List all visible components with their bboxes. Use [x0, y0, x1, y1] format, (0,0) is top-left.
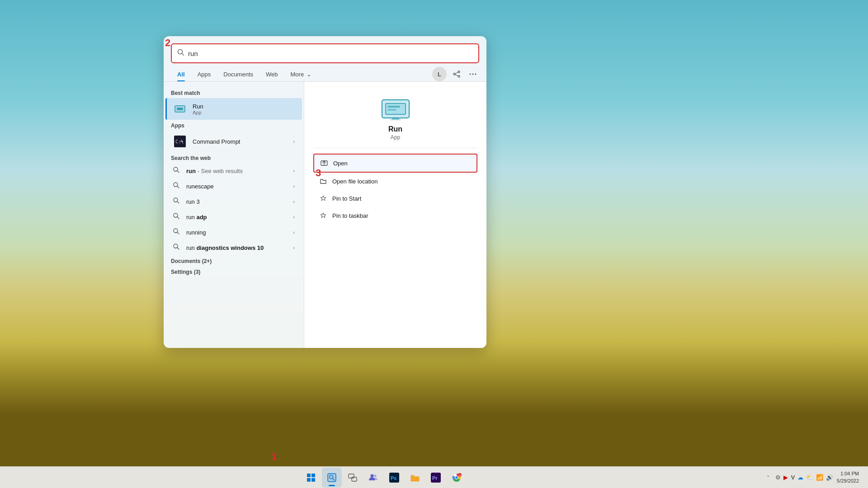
web-item-run3[interactable]: run 3 › [165, 194, 302, 209]
svg-text:9+: 9+ [459, 474, 462, 477]
svg-rect-37 [390, 119, 401, 120]
user-avatar[interactable]: L [432, 67, 447, 81]
app-name: Run [388, 125, 402, 133]
svg-point-51 [374, 474, 376, 477]
tray-icons: ⌃ ⚙ ▶ V ☁ ⛅ 📶 🔊 [764, 470, 833, 485]
tray-icon-v: V [791, 474, 795, 481]
tray-icon-settings: ⚙ [775, 474, 781, 481]
pin-to-taskbar-action[interactable]: Pin to taskbar [313, 207, 477, 224]
open-label: Open [333, 160, 348, 167]
more-options-icon[interactable] [467, 68, 479, 80]
tabs-right-actions: L [432, 67, 479, 81]
best-match-label: Best match [164, 87, 304, 98]
web-arrow-1: › [293, 183, 295, 189]
web-arrow-4: › [293, 230, 295, 235]
search-input[interactable] [188, 50, 473, 57]
tab-apps[interactable]: Apps [191, 68, 217, 80]
system-clock[interactable]: 1:04 PM 5/29/2022 [835, 469, 861, 485]
svg-point-4 [453, 73, 455, 75]
web-item-run-adp[interactable]: run adp › [165, 209, 302, 225]
web-arrow-2: › [293, 199, 295, 204]
open-file-location-label: Open file location [332, 178, 377, 185]
tray-icon-cloud: ⛅ [806, 474, 813, 481]
left-panel: Best match Run App Apps [164, 82, 304, 348]
pin-to-taskbar-label: Pin to taskbar [332, 212, 368, 219]
taskbar-taskview[interactable] [343, 468, 363, 488]
best-match-run[interactable]: Run App [165, 98, 302, 120]
taskbar-teams[interactable] [363, 468, 383, 488]
web-text-run: run - See web results [186, 168, 293, 174]
pin-start-icon [319, 194, 328, 203]
tab-more[interactable]: More ⌄ [284, 68, 318, 80]
svg-line-5 [455, 72, 458, 74]
svg-point-3 [458, 75, 460, 77]
svg-line-6 [455, 75, 458, 76]
svg-text:Ps: Ps [391, 475, 396, 481]
web-item-running[interactable]: running › [165, 225, 302, 240]
right-panel: Run App Open [304, 82, 486, 348]
pin-to-start-action[interactable]: Pin to Start [313, 190, 477, 207]
svg-rect-13 [178, 108, 182, 109]
taskbar-search[interactable] [322, 468, 342, 488]
taskbar: Ps Pr [0, 466, 868, 488]
svg-point-58 [455, 476, 458, 479]
best-match-run-text: Run App [193, 103, 295, 115]
clock-time: 1:04 PM [837, 470, 859, 477]
svg-rect-41 [311, 474, 315, 477]
tab-web[interactable]: Web [259, 68, 284, 80]
web-item-runescape[interactable]: runescape › [165, 178, 302, 194]
open-file-location-action[interactable]: Open file location [313, 173, 477, 190]
taskbar-file-explorer[interactable] [405, 468, 425, 488]
search-panel: All Apps Documents Web More ⌄ L [164, 36, 486, 348]
svg-line-22 [177, 202, 179, 203]
apps-label: Apps [164, 120, 304, 131]
pin-to-start-label: Pin to Start [332, 195, 361, 202]
open-action[interactable]: Open [313, 154, 477, 173]
svg-point-7 [470, 74, 471, 75]
svg-point-50 [370, 474, 373, 477]
svg-text:Pr: Pr [432, 475, 438, 481]
svg-rect-40 [307, 474, 311, 477]
clock-date: 5/29/2022 [837, 478, 859, 484]
taskbar-right: ⌃ ⚙ ▶ V ☁ ⛅ 📶 🔊 1:04 PM 5/29/2022 [764, 469, 868, 485]
web-arrow-3: › [293, 214, 295, 220]
web-arrow-5: › [293, 245, 295, 250]
main-content: Best match Run App Apps [164, 82, 486, 348]
search-icon [177, 49, 184, 58]
documents-label: Documents (2+) [164, 255, 304, 266]
svg-point-2 [458, 71, 460, 73]
svg-line-28 [177, 248, 179, 249]
taskbar-chrome[interactable]: 9+ [447, 468, 467, 488]
svg-line-20 [177, 186, 179, 188]
svg-rect-16 [180, 141, 183, 142]
svg-line-1 [182, 54, 184, 56]
share-icon[interactable] [450, 68, 463, 80]
app-preview: Run App [313, 93, 477, 148]
tray-icon-onedrive: ☁ [797, 474, 803, 481]
web-text-run-diagnostics: run diagnostics windows 10 [186, 244, 293, 251]
svg-rect-48 [349, 474, 354, 478]
pin-taskbar-icon [319, 211, 328, 220]
web-search-icon-1 [173, 182, 182, 191]
tray-icon-volume: 🔊 [826, 474, 833, 481]
svg-rect-34 [387, 106, 400, 108]
command-prompt-item[interactable]: C:\ Command Prompt › [165, 131, 302, 152]
step-1-label: 1 [271, 451, 277, 463]
web-text-running: running [186, 229, 293, 236]
svg-rect-35 [387, 109, 396, 111]
web-search-icon-4 [173, 228, 182, 237]
web-item-run-diagnostics[interactable]: run diagnostics windows 10 › [165, 240, 302, 255]
taskbar-premiere[interactable]: Pr [426, 468, 446, 488]
run-big-icon [379, 93, 412, 125]
tray-expand[interactable]: ⌃ [764, 470, 773, 485]
tray-icon-wifi: 📶 [816, 474, 823, 481]
open-icon [320, 159, 329, 168]
web-text-run-adp: run adp [186, 214, 293, 221]
web-item-run[interactable]: run - See web results › [165, 163, 302, 178]
taskbar-photoshop[interactable]: Ps [384, 468, 404, 488]
cmd-icon: C:\ [173, 134, 187, 149]
tab-all[interactable]: All [171, 68, 191, 80]
web-text-runescape: runescape [186, 183, 293, 190]
tab-documents[interactable]: Documents [217, 68, 259, 80]
taskbar-start[interactable] [301, 468, 321, 488]
